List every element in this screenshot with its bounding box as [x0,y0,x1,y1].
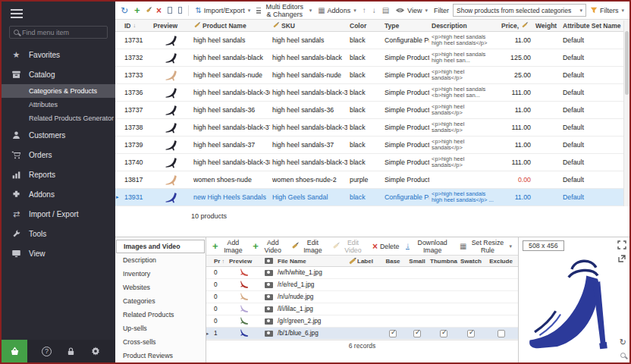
image-row[interactable]: 0 /w/h/white_1.jpg [206,267,518,279]
add-image-button[interactable]: + Add Image [212,239,246,254]
table-row[interactable]: 13738 high heel sandals-black-37 high he… [115,119,629,136]
sidebar-item-import-export[interactable]: ⇄ Import / Export [2,204,115,224]
panel-tab[interactable]: Product Reviews [116,349,205,362]
filter-select[interactable]: Show products from selected categories [453,4,586,17]
column-file-name[interactable]: File Name [276,258,347,265]
panel-tab[interactable]: Related Products [116,308,205,322]
multi-editors-menu[interactable]: Multi Editors & Changers [256,3,312,18]
panel-tab[interactable]: Cross-sells [116,335,205,349]
filters-button[interactable]: Filters [590,7,624,14]
edit-image-button[interactable]: Edit Image [292,239,326,254]
column-preview[interactable]: Preview [151,22,191,30]
column-swatch[interactable]: Swatch [458,258,484,265]
column-type[interactable]: Type [382,22,429,30]
gear-icon[interactable] [90,346,101,356]
column-small[interactable]: Small [405,258,429,265]
column-weight[interactable]: Weight [533,22,560,30]
table-row[interactable]: 13817 women shoes-nude women shoes-nude-… [115,171,629,189]
panel-tab[interactable]: Websites [116,281,205,294]
swatch-checkbox[interactable] [467,330,475,337]
sidebar-item-customers[interactable]: Customers [2,125,115,145]
menu-search[interactable] [9,26,108,39]
table-row[interactable]: 13732 high heel sandals-black high heel … [115,49,629,67]
sidebar-item-attributes[interactable]: Attributes [2,98,115,111]
panel-tab[interactable]: Inventory [116,267,205,281]
table-row[interactable]: 13737 high heel sandals-36 high heel san… [115,102,629,119]
column-thumbnail[interactable]: Thumbna [429,258,458,265]
addons-menu[interactable]: ▦ Addons [318,7,356,14]
open-external-icon[interactable] [617,254,626,263]
cell-price: 111.00 [499,158,533,166]
column-product-name[interactable]: Product Name [191,22,270,30]
column-priority[interactable]: Pr↑ [212,258,228,265]
hamburger-menu-icon[interactable] [2,2,115,18]
help-icon[interactable]: ? [42,347,52,356]
panel-tab[interactable]: Categories [116,294,205,308]
column-label[interactable]: Label [347,258,381,265]
sidebar-item-categories-products[interactable]: Categories & Products [2,84,115,98]
panel-tab[interactable]: Description [116,253,205,267]
sidebar-item-addons[interactable]: Addons [2,184,115,204]
rotate-refresh-icon[interactable]: ↻ [620,337,626,347]
import-export-menu[interactable]: ⇅ Import/Export [195,7,250,14]
image-row[interactable]: 0 /g/r/green_2.jpg [206,315,518,328]
store-button[interactable] [2,340,27,362]
small-checkbox[interactable] [413,330,421,337]
delete-product-icon[interactable]: × [156,6,162,15]
sort-desc-icon[interactable]: ↓ [372,7,376,14]
view-menu[interactable]: View [395,7,428,14]
column-price[interactable]: Price, [499,22,533,30]
column-color[interactable]: Color [347,22,382,30]
refresh-icon[interactable]: ↻ [121,6,128,15]
sidebar-item-catalog[interactable]: Catalog [2,64,115,84]
sidebar-item-related-products-generator[interactable]: Related Products Generator [2,111,115,125]
table-row[interactable]: 13739 high heel sandals-37 high heel san… [115,136,629,154]
delete-image-button[interactable]: × Delete [372,242,399,251]
image-row[interactable]: 0 /r/e/red_1.jpg [206,279,518,291]
set-resize-rule-button[interactable]: ▦ Set Resize Rule [460,239,512,254]
zoom-icon[interactable] [620,353,626,358]
table-row[interactable]: 13736 high heel sandals-black-36 high he… [115,84,629,102]
sidebar-item-reports[interactable]: Reports [2,165,115,184]
sidebar-item-orders[interactable]: Orders [2,145,115,165]
panel-tab[interactable]: Images and Video [116,240,205,253]
image-row[interactable]: 0 /l/i/lilac_1.jpg [206,303,518,315]
fullscreen-icon[interactable] [617,240,626,249]
column-preview[interactable]: Preview [228,258,261,265]
table-row[interactable]: 13740 high heel sandals-black-38 high he… [115,154,629,171]
scrollbar-thumb[interactable] [625,31,629,95]
sidebar-item-favorites[interactable]: ★ Favorites [2,45,115,64]
columns-icon[interactable]: ▤ [382,7,389,14]
sidebar-item-tools[interactable]: Tools [2,224,115,243]
column-camera[interactable] [261,258,276,264]
image-row[interactable]: ▸ 1 /b/1/blue_6.jpg [206,328,518,340]
column-id[interactable]: ID↓ [122,22,151,30]
camera-icon [265,282,273,288]
vertical-scrollbar[interactable] [623,20,629,206]
column-base[interactable]: Base [381,258,405,265]
column-attribute-set[interactable]: Attribute Set Name [560,22,629,30]
copy-icon[interactable] [168,7,172,14]
panel-tab[interactable]: Up-sells [116,322,205,335]
column-description[interactable]: Description [429,22,499,30]
table-row[interactable]: 13733 high heel sandals-nude high heel s… [115,67,629,84]
download-image-button[interactable]: ↓ Download Image [406,239,453,254]
exclude-checkbox[interactable] [498,330,505,337]
add-video-button[interactable]: + Add Video [253,239,284,254]
base-checkbox[interactable] [389,330,397,337]
menu-search-input[interactable] [22,29,103,36]
sidebar-item-view[interactable]: View [2,243,115,263]
sort-asc-icon[interactable]: ↑ [363,7,366,14]
add-product-icon[interactable]: + [134,5,140,15]
edit-video-button[interactable]: Edit Video [333,239,366,254]
column-exclude[interactable]: Exclude [484,258,518,265]
lock-icon[interactable] [66,347,76,356]
table-row[interactable]: 13731 high heel sandals high heel sandal… [115,32,629,49]
edit-product-icon[interactable] [146,8,150,12]
image-row[interactable]: 0 /n/u/nude.jpg [206,291,518,303]
thumbnail-checkbox[interactable] [440,330,447,337]
column-sku[interactable]: SKU [270,22,347,30]
table-row[interactable]: ▸ 13931 new High Heels Sandals High Geel… [115,189,629,206]
duplicate-icon[interactable] [178,7,183,14]
cell-color: black [347,158,382,166]
